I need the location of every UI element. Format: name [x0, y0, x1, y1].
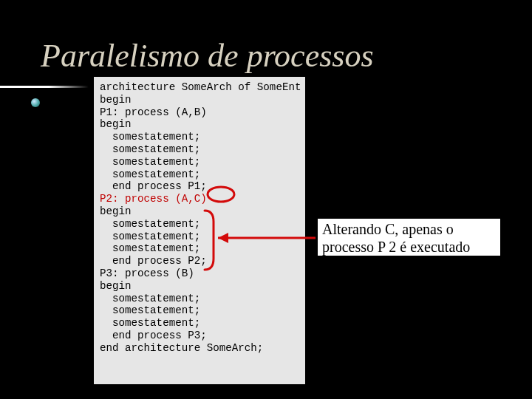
- callout-box: Alterando C, apenas o processo P 2 é exe…: [318, 219, 500, 256]
- code-p2-line: P2: process (A,C): [100, 193, 207, 205]
- slide: Paralelismo de processos architecture So…: [0, 0, 532, 399]
- code-pre: architecture SomeArch of SomeEnt is begi…: [100, 81, 320, 192]
- bullet-dot: [31, 98, 40, 107]
- code-post: begin somestatement; somestatement; some…: [100, 205, 263, 354]
- slide-title: Paralelismo de processos: [41, 37, 374, 75]
- code-block: architecture SomeArch of SomeEnt is begi…: [94, 77, 305, 384]
- callout-line-2: processo P 2 é executado: [322, 239, 470, 255]
- title-underline: [0, 86, 89, 88]
- callout-line-1: Alterando C, apenas o: [322, 221, 454, 237]
